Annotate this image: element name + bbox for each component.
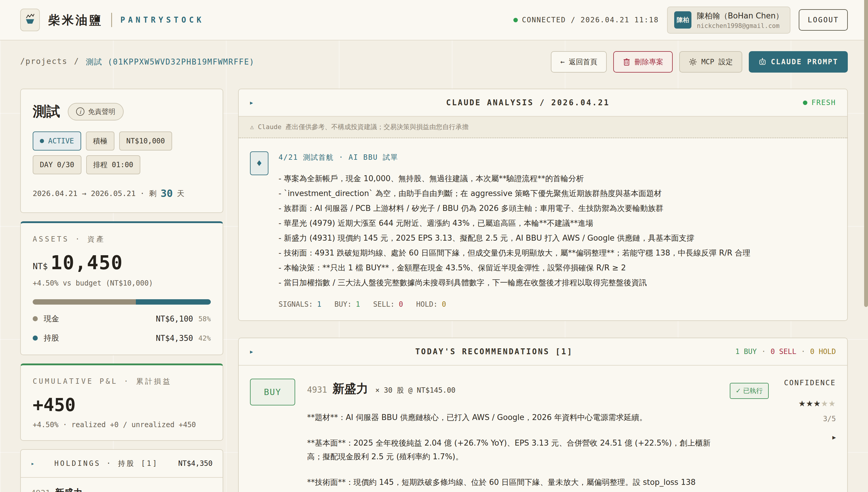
claude-prompt-button[interactable]: CLAUDE PROMPT [749, 51, 848, 73]
delete-project-button[interactable]: 刪除專案 [613, 51, 673, 73]
toolbar-actions: ← 返回首頁 刪除專案 [551, 51, 848, 73]
recommendation-stock-code: 4931 [307, 385, 327, 395]
delete-project-label: 刪除專案 [635, 57, 663, 67]
recommendation-paragraph: **技術面**：現價約 145，短期跌破多條均線、位於 60 日區間下緣、量未放… [307, 475, 718, 492]
project-card: 測試 i 免責聲明 ACTIVE 積極 NT$10,000 DAY 0/30 排… [20, 89, 223, 213]
summary-separator: · [762, 347, 766, 356]
recommendation-paragraph: **基本面**：2025 全年稅後純益 2.04 億 (+26.7% YoY)、… [307, 436, 718, 463]
holdings-expand-icon[interactable]: ▸ [31, 460, 34, 467]
mcp-settings-button[interactable]: MCP 設定 [679, 51, 742, 73]
analysis-line: - 當日加權指數 / 三大法人盤後完整數據尚未搜尋到具體數字，下一輪應在收盤後才… [279, 275, 836, 290]
holding-name: 新盛力 [55, 487, 83, 492]
status-badge: ACTIVE [33, 131, 81, 150]
logout-button[interactable]: LOGOUT [799, 9, 848, 31]
analysis-freshness-badge: FRESH [803, 98, 836, 107]
diamond-icon: ♦ [250, 151, 268, 175]
back-home-label: 返回首頁 [569, 57, 597, 67]
hold-count: 0 [442, 300, 446, 309]
analysis-line: - 華星光 (4979) 近期大漲至 644 元附近、週漲約 43%，已屬追高區… [279, 216, 836, 230]
analysis-text: - 專案為全新帳戶，現金 10,000、無持股、無過往建議，本次屬**驗證流程*… [279, 171, 836, 290]
pnl-subtext: +4.50% · realized +0 / unrealized +450 [33, 421, 211, 429]
holdings-card-header[interactable]: ▸ HOLDINGS · 持股 [1] NT$4,350 [21, 450, 222, 478]
disclaimer-pill-label: 免責聲明 [88, 107, 115, 116]
buy-count: 1 [356, 300, 360, 309]
app-title: 柴米油鹽 [48, 12, 103, 28]
analysis-collapse-icon[interactable]: ▸ [250, 99, 253, 106]
holdings-value: NT$4,350 [156, 334, 193, 343]
analysis-panel-title: CLAUDE ANALYSIS / 2026.04.21 [253, 98, 803, 107]
analysis-line: - 本輪決策：**只出 1 檔 BUY**，金額壓在現金 43.5%、保留近半現… [279, 260, 836, 275]
date-range-text: 2026.04.21 → 2026.05.21 · 剩 [33, 189, 156, 198]
expand-recommendation-icon[interactable]: ▸ [832, 433, 836, 441]
app-header: 柴米油鹽 PANTRYSTOCK CONNECTED / 2026.04.21 … [0, 0, 868, 41]
breadcrumb-projects-link[interactable]: /projects [20, 57, 68, 67]
connection-status: CONNECTED / 2026.04.21 11:18 [514, 16, 659, 24]
summary-separator: · [801, 347, 805, 356]
summary-buy: 1 BUY [735, 347, 757, 356]
sidebar: 測試 i 免責聲明 ACTIVE 積極 NT$10,000 DAY 0/30 排… [20, 89, 223, 492]
holding-list-item[interactable]: 4931 新盛力 30 股 均 130.00 現 145.00 +450 (+1… [21, 478, 222, 492]
header-divider [111, 13, 112, 27]
disclaimer-pill[interactable]: i 免責聲明 [68, 103, 124, 121]
recommendations-collapse-icon[interactable]: ▸ [250, 348, 253, 355]
cash-value: NT$6,100 [156, 314, 193, 323]
recommendation-detail: **題材**：AI 伺服器 BBU 供應鏈核心，已打入 AWS / Google… [307, 411, 718, 492]
page-scrollbar[interactable] [864, 0, 868, 307]
trash-icon [623, 58, 630, 66]
budget-badge: NT$10,000 [119, 131, 172, 150]
back-home-button[interactable]: ← 返回首頁 [551, 51, 607, 73]
recommendation-paragraph: **題材**：AI 伺服器 BBU 供應鏈核心，已打入 AWS / Google… [307, 411, 718, 424]
cash-label: 現金 [44, 314, 156, 324]
confidence-stars: ★★★★★ [798, 399, 836, 408]
holding-code: 4931 [31, 488, 50, 492]
analysis-disclaimer: ⚠ Claude 產出僅供參考、不構成投資建議；交易決策與損益由您自行承擔 [239, 116, 847, 138]
connected-dot-icon [514, 18, 518, 22]
info-icon: i [76, 107, 84, 116]
user-name: 陳柏翰（BoHan Chen） [697, 11, 783, 21]
pnl-card: CUMULATIVE P&L · 累計損益 +450 +4.50% · real… [20, 364, 223, 441]
recommendations-panel-title: TODAY'S RECOMMENDATIONS [1] [253, 347, 735, 356]
cash-progress-segment [33, 299, 136, 304]
pnl-value: +450 [33, 394, 211, 415]
analysis-line: - 技術面：4931 跌破短期均線、處於 60 日區間下緣，但成交量仍未見明顯放… [279, 245, 836, 260]
executed-badge: ✓ 已執行 [730, 383, 769, 399]
analysis-entry-title: 4/21 測試首航 · AI BBU 試單 [279, 153, 836, 162]
analysis-panel-header[interactable]: ▸ CLAUDE ANALYSIS / 2026.04.21 FRESH [239, 89, 847, 116]
assets-subtext: +4.50% vs budget (NT$10,000) [33, 279, 211, 287]
project-title: 測試 [33, 102, 60, 121]
breadcrumb-separator: / [74, 57, 79, 67]
main-content: ▸ CLAUDE ANALYSIS / 2026.04.21 FRESH ⚠ C… [238, 89, 848, 492]
sell-count-label: SELL: [373, 300, 394, 309]
cash-dot-icon [33, 316, 38, 321]
breadcrumb: /projects / 測試 (01KPPXW5WVD32PHB19MFWMRF… [20, 57, 255, 67]
holdings-card-total: NT$4,350 [178, 459, 213, 468]
recommendation-card: BUY 4931 新盛力 × 30 股 @ NT$145.00 **題材**：A… [239, 365, 847, 492]
buy-action-tag: BUY [250, 379, 295, 405]
active-dot-icon [40, 139, 44, 143]
analysis-line: - `investment_direction` 為空，由助手自由判斷；在 ag… [279, 186, 836, 201]
project-date-range: 2026.04.21 → 2026.05.21 · 剩 30 天 [33, 188, 211, 199]
fresh-dot-icon [803, 101, 807, 105]
user-chip[interactable]: 陳柏 陳柏翰（BoHan Chen） nickchen1998@gmail.co… [667, 6, 790, 33]
schedule-badge: 排程 01:00 [86, 155, 140, 174]
connection-text: CONNECTED / 2026.04.21 11:18 [522, 16, 659, 24]
gear-icon [689, 58, 697, 66]
bowl-chart-icon [24, 14, 36, 26]
robot-icon [758, 58, 767, 66]
avatar: 陳柏 [674, 11, 691, 29]
day-badge: DAY 0/30 [33, 155, 81, 174]
recommendations-panel: ▸ TODAY'S RECOMMENDATIONS [1] 1 BUY · 0 … [238, 338, 848, 492]
recommendations-panel-header[interactable]: ▸ TODAY'S RECOMMENDATIONS [1] 1 BUY · 0 … [239, 338, 847, 365]
stars-empty: ★★ [821, 399, 836, 408]
assets-total: 10,450 [51, 252, 123, 274]
app-subtitle: PANTRYSTOCK [121, 16, 204, 24]
cash-legend-row: 現金 NT$6,100 58% [33, 314, 211, 324]
buy-count-label: BUY: [335, 300, 352, 309]
fresh-label: FRESH [812, 98, 836, 107]
assets-card: ASSETS · 資產 NT$ 10,450 +4.50% vs budget … [20, 221, 223, 355]
claude-analysis-panel: ▸ CLAUDE ANALYSIS / 2026.04.21 FRESH ⚠ C… [238, 89, 848, 321]
assets-label: ASSETS · 資產 [33, 235, 211, 244]
stars-filled: ★★★ [798, 399, 821, 408]
claude-prompt-label: CLAUDE PROMPT [771, 58, 838, 66]
confidence-label: CONFIDENCE [784, 379, 836, 387]
